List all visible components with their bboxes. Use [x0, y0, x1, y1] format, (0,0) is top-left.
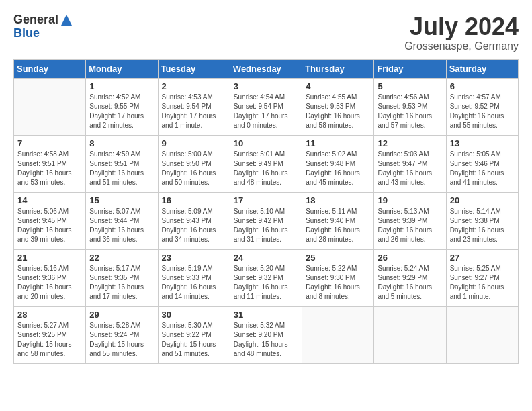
day-info: Sunrise: 5:11 AM Sunset: 9:40 PM Dayligh…	[306, 207, 370, 244]
calendar-cell	[14, 78, 86, 135]
day-number: 25	[306, 253, 370, 263]
calendar-cell: 16Sunrise: 5:09 AM Sunset: 9:43 PM Dayli…	[158, 192, 230, 249]
day-number: 10	[234, 138, 298, 148]
day-info: Sunrise: 4:58 AM Sunset: 9:51 PM Dayligh…	[17, 150, 82, 187]
day-number: 5	[378, 81, 442, 91]
day-info: Sunrise: 4:55 AM Sunset: 9:53 PM Dayligh…	[306, 93, 370, 130]
day-number: 15	[89, 195, 154, 205]
calendar-cell	[446, 306, 518, 363]
calendar-cell: 30Sunrise: 5:30 AM Sunset: 9:22 PM Dayli…	[158, 306, 230, 363]
day-info: Sunrise: 5:02 AM Sunset: 9:48 PM Dayligh…	[306, 150, 370, 187]
calendar-cell: 31Sunrise: 5:32 AM Sunset: 9:20 PM Dayli…	[230, 306, 302, 363]
calendar-cell: 9Sunrise: 5:00 AM Sunset: 9:50 PM Daylig…	[158, 135, 230, 192]
day-number: 28	[17, 310, 82, 320]
calendar-cell	[302, 306, 374, 363]
logo-general: General	[13, 13, 58, 26]
calendar-cell: 23Sunrise: 5:19 AM Sunset: 9:33 PM Dayli…	[158, 249, 230, 306]
calendar-cell: 17Sunrise: 5:10 AM Sunset: 9:42 PM Dayli…	[230, 192, 302, 249]
day-info: Sunrise: 5:28 AM Sunset: 9:24 PM Dayligh…	[89, 321, 154, 359]
day-number: 2	[162, 81, 226, 91]
weekday-header: Wednesday	[230, 59, 302, 78]
calendar-cell: 19Sunrise: 5:13 AM Sunset: 9:39 PM Dayli…	[374, 192, 446, 249]
day-number: 27	[450, 253, 515, 263]
calendar-cell: 14Sunrise: 5:06 AM Sunset: 9:45 PM Dayli…	[14, 192, 86, 249]
day-number: 31	[234, 310, 298, 320]
day-info: Sunrise: 5:16 AM Sunset: 9:36 PM Dayligh…	[17, 264, 82, 302]
calendar-cell: 11Sunrise: 5:02 AM Sunset: 9:48 PM Dayli…	[302, 135, 374, 192]
calendar-cell: 13Sunrise: 5:05 AM Sunset: 9:46 PM Dayli…	[446, 135, 518, 192]
calendar-cell: 4Sunrise: 4:55 AM Sunset: 9:53 PM Daylig…	[302, 78, 374, 135]
calendar-cell: 10Sunrise: 5:01 AM Sunset: 9:49 PM Dayli…	[230, 135, 302, 192]
day-number: 16	[162, 195, 226, 205]
day-info: Sunrise: 5:06 AM Sunset: 9:45 PM Dayligh…	[17, 207, 82, 244]
weekday-header: Sunday	[14, 59, 86, 78]
calendar-cell: 22Sunrise: 5:17 AM Sunset: 9:35 PM Dayli…	[86, 249, 158, 306]
day-number: 11	[306, 138, 370, 148]
page-header: General Blue July 2024 Grossenaspe, Germ…	[13, 13, 519, 52]
calendar-cell: 25Sunrise: 5:22 AM Sunset: 9:30 PM Dayli…	[302, 249, 374, 306]
calendar-cell: 6Sunrise: 4:57 AM Sunset: 9:52 PM Daylig…	[446, 78, 518, 135]
day-info: Sunrise: 5:19 AM Sunset: 9:33 PM Dayligh…	[162, 264, 226, 302]
month-year: July 2024	[404, 13, 519, 40]
day-number: 6	[450, 81, 515, 91]
day-info: Sunrise: 5:09 AM Sunset: 9:43 PM Dayligh…	[162, 207, 226, 244]
calendar-cell: 2Sunrise: 4:53 AM Sunset: 9:54 PM Daylig…	[158, 78, 230, 135]
day-number: 3	[234, 81, 298, 91]
day-info: Sunrise: 5:20 AM Sunset: 9:32 PM Dayligh…	[234, 264, 298, 302]
day-info: Sunrise: 4:52 AM Sunset: 9:55 PM Dayligh…	[89, 93, 154, 130]
calendar-cell: 1Sunrise: 4:52 AM Sunset: 9:55 PM Daylig…	[86, 78, 158, 135]
day-info: Sunrise: 4:54 AM Sunset: 9:54 PM Dayligh…	[234, 93, 298, 130]
day-number: 7	[17, 138, 82, 148]
calendar-cell: 7Sunrise: 4:58 AM Sunset: 9:51 PM Daylig…	[14, 135, 86, 192]
day-info: Sunrise: 5:07 AM Sunset: 9:44 PM Dayligh…	[89, 207, 154, 244]
day-info: Sunrise: 5:14 AM Sunset: 9:38 PM Dayligh…	[450, 207, 515, 244]
day-info: Sunrise: 5:00 AM Sunset: 9:50 PM Dayligh…	[162, 150, 226, 187]
weekday-header: Saturday	[446, 59, 518, 78]
day-number: 4	[306, 81, 370, 91]
svg-marker-0	[61, 15, 72, 26]
day-info: Sunrise: 5:22 AM Sunset: 9:30 PM Dayligh…	[306, 264, 370, 302]
day-info: Sunrise: 5:17 AM Sunset: 9:35 PM Dayligh…	[89, 264, 154, 302]
day-number: 17	[234, 195, 298, 205]
calendar-cell: 20Sunrise: 5:14 AM Sunset: 9:38 PM Dayli…	[446, 192, 518, 249]
day-info: Sunrise: 4:56 AM Sunset: 9:53 PM Dayligh…	[378, 93, 442, 130]
weekday-header: Monday	[86, 59, 158, 78]
title-block: July 2024 Grossenaspe, Germany	[404, 13, 519, 52]
logo-blue: Blue	[13, 26, 40, 40]
calendar-cell: 28Sunrise: 5:27 AM Sunset: 9:25 PM Dayli…	[14, 306, 86, 363]
day-number: 20	[450, 195, 515, 205]
location: Grossenaspe, Germany	[404, 40, 519, 52]
day-number: 12	[378, 138, 442, 148]
day-number: 24	[234, 253, 298, 263]
day-info: Sunrise: 5:13 AM Sunset: 9:39 PM Dayligh…	[378, 207, 442, 244]
day-info: Sunrise: 5:05 AM Sunset: 9:46 PM Dayligh…	[450, 150, 515, 187]
day-info: Sunrise: 4:53 AM Sunset: 9:54 PM Dayligh…	[162, 93, 226, 130]
day-number: 22	[89, 253, 154, 263]
weekday-header: Thursday	[302, 59, 374, 78]
day-number: 19	[378, 195, 442, 205]
calendar-cell: 8Sunrise: 4:59 AM Sunset: 9:51 PM Daylig…	[86, 135, 158, 192]
calendar-cell: 18Sunrise: 5:11 AM Sunset: 9:40 PM Dayli…	[302, 192, 374, 249]
day-number: 23	[162, 253, 226, 263]
day-info: Sunrise: 5:27 AM Sunset: 9:25 PM Dayligh…	[17, 321, 82, 359]
weekday-header: Tuesday	[158, 59, 230, 78]
day-number: 8	[89, 138, 154, 148]
calendar-cell	[374, 306, 446, 363]
day-info: Sunrise: 4:57 AM Sunset: 9:52 PM Dayligh…	[450, 93, 515, 130]
calendar-cell: 27Sunrise: 5:25 AM Sunset: 9:27 PM Dayli…	[446, 249, 518, 306]
calendar-cell: 3Sunrise: 4:54 AM Sunset: 9:54 PM Daylig…	[230, 78, 302, 135]
calendar-cell: 12Sunrise: 5:03 AM Sunset: 9:47 PM Dayli…	[374, 135, 446, 192]
calendar-cell: 24Sunrise: 5:20 AM Sunset: 9:32 PM Dayli…	[230, 249, 302, 306]
day-number: 1	[89, 81, 154, 91]
day-number: 18	[306, 195, 370, 205]
weekday-header: Friday	[374, 59, 446, 78]
calendar-cell: 29Sunrise: 5:28 AM Sunset: 9:24 PM Dayli…	[86, 306, 158, 363]
day-info: Sunrise: 5:32 AM Sunset: 9:20 PM Dayligh…	[234, 321, 298, 359]
day-info: Sunrise: 5:25 AM Sunset: 9:27 PM Dayligh…	[450, 264, 515, 302]
day-number: 9	[162, 138, 226, 148]
calendar-cell: 5Sunrise: 4:56 AM Sunset: 9:53 PM Daylig…	[374, 78, 446, 135]
day-info: Sunrise: 5:03 AM Sunset: 9:47 PM Dayligh…	[378, 150, 442, 187]
calendar-cell: 21Sunrise: 5:16 AM Sunset: 9:36 PM Dayli…	[14, 249, 86, 306]
day-info: Sunrise: 5:24 AM Sunset: 9:29 PM Dayligh…	[378, 264, 442, 302]
calendar-table: SundayMondayTuesdayWednesdayThursdayFrid…	[13, 59, 519, 364]
